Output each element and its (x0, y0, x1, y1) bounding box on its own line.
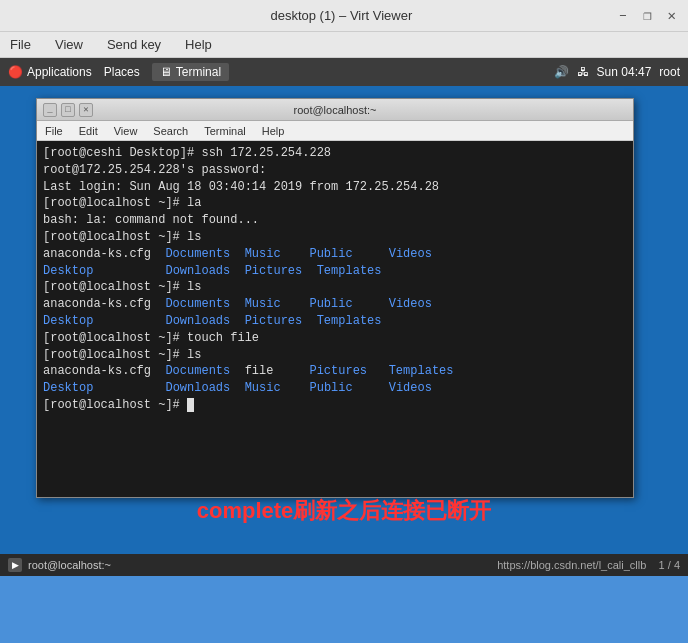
terminal-label: Terminal (176, 65, 221, 79)
terminal-menu: File Edit View Search Terminal Help (37, 121, 633, 141)
toolbar-left: 🔴 Applications Places 🖥 Terminal (8, 63, 229, 81)
clock: Sun 04:47 (597, 65, 652, 79)
term-menu-help[interactable]: Help (258, 125, 289, 137)
status-right: https://blog.csdn.net/l_cali_cllb 1 / 4 (497, 559, 680, 571)
menu-sendkey[interactable]: Send key (101, 35, 167, 54)
user-label: root (659, 65, 680, 79)
term-close-btn[interactable]: ✕ (79, 103, 93, 117)
term-line-11: Desktop Downloads Pictures Templates (43, 313, 627, 330)
term-line-8: Desktop Downloads Pictures Templates (43, 263, 627, 280)
apps-label: Applications (27, 65, 92, 79)
term-line-5: bash: la: command not found... (43, 212, 627, 229)
terminal-window-title: root@localhost:~ (93, 104, 577, 116)
status-terminal-icon: ▶ (8, 558, 22, 572)
term-line-1: [root@ceshi Desktop]# ssh 172.25.254.228 (43, 145, 627, 162)
applications-menu[interactable]: 🔴 Applications (8, 65, 92, 79)
terminal-tab[interactable]: 🖥 Terminal (152, 63, 229, 81)
term-line-10: anaconda-ks.cfg Documents Music Public V… (43, 296, 627, 313)
term-line-6: [root@localhost ~]# ls (43, 229, 627, 246)
places-menu[interactable]: Places (104, 65, 140, 79)
apps-icon: 🔴 (8, 65, 23, 79)
term-line-15: Desktop Downloads Music Public Videos (43, 380, 627, 397)
term-line-16: [root@localhost ~]# (43, 397, 627, 414)
places-label: Places (104, 65, 140, 79)
annotation-area: complete刷新之后连接已断开 (0, 496, 688, 526)
status-bar: ▶ root@localhost:~ https://blog.csdn.net… (0, 554, 688, 576)
desktop-area: _ □ ✕ root@localhost:~ File Edit View Se… (0, 86, 688, 554)
term-line-13: [root@localhost ~]# ls (43, 347, 627, 364)
term-line-7: anaconda-ks.cfg Documents Music Public V… (43, 246, 627, 263)
terminal-content[interactable]: [root@ceshi Desktop]# ssh 172.25.254.228… (37, 141, 633, 497)
status-page: 1 / 4 (659, 559, 680, 571)
close-button[interactable]: ✕ (664, 7, 680, 24)
term-menu-edit[interactable]: Edit (75, 125, 102, 137)
desktop-toolbar: 🔴 Applications Places 🖥 Terminal 🔊 🖧 Sun… (0, 58, 688, 86)
menu-view[interactable]: View (49, 35, 89, 54)
term-menu-terminal[interactable]: Terminal (200, 125, 250, 137)
term-line-4: [root@localhost ~]# la (43, 195, 627, 212)
terminal-icon: 🖥 (160, 65, 172, 79)
annotation-text: complete刷新之后连接已断开 (0, 496, 688, 526)
menu-help[interactable]: Help (179, 35, 218, 54)
term-line-14: anaconda-ks.cfg Documents file Pictures … (43, 363, 627, 380)
term-line-9: [root@localhost ~]# ls (43, 279, 627, 296)
network-icon: 🖧 (577, 65, 589, 79)
term-menu-search[interactable]: Search (149, 125, 192, 137)
terminal-titlebar: _ □ ✕ root@localhost:~ (37, 99, 633, 121)
term-line-2: root@172.25.254.228's password: (43, 162, 627, 179)
status-url: https://blog.csdn.net/l_cali_cllb (497, 559, 646, 571)
app-menu-bar: File View Send key Help (0, 32, 688, 58)
term-maximize-btn[interactable]: □ (61, 103, 75, 117)
status-left: ▶ root@localhost:~ (8, 558, 111, 572)
window-controls: – ❐ ✕ (615, 7, 680, 24)
minimize-button[interactable]: – (615, 7, 631, 24)
term-menu-file[interactable]: File (41, 125, 67, 137)
volume-icon: 🔊 (554, 65, 569, 79)
term-minimize-btn[interactable]: _ (43, 103, 57, 117)
title-bar: desktop (1) – Virt Viewer – ❐ ✕ (0, 0, 688, 32)
term-line-12: [root@localhost ~]# touch file (43, 330, 627, 347)
window-title: desktop (1) – Virt Viewer (68, 8, 615, 23)
terminal-window: _ □ ✕ root@localhost:~ File Edit View Se… (36, 98, 634, 498)
maximize-button[interactable]: ❐ (639, 7, 655, 24)
toolbar-right: 🔊 🖧 Sun 04:47 root (554, 65, 680, 79)
term-line-3: Last login: Sun Aug 18 03:40:14 2019 fro… (43, 179, 627, 196)
status-terminal-label: root@localhost:~ (28, 559, 111, 571)
term-menu-view[interactable]: View (110, 125, 142, 137)
terminal-win-controls: _ □ ✕ (43, 103, 93, 117)
menu-file[interactable]: File (4, 35, 37, 54)
